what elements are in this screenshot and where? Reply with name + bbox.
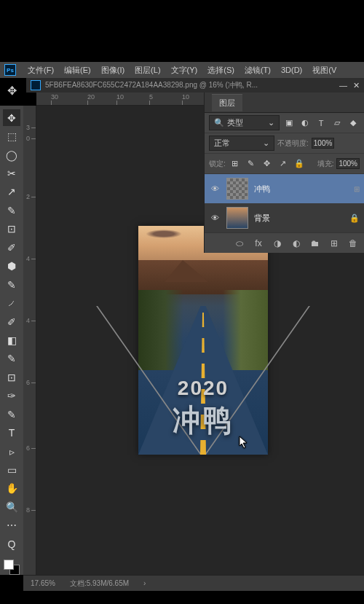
doc-size[interactable]: 文档:5.93M/6.65M bbox=[70, 578, 129, 589]
main-menu-bar: Ps 文件(F) 编辑(E) 图像(I) 图层(L) 文字(Y) 选择(S) 滤… bbox=[0, 62, 364, 78]
filter-shape-icon[interactable]: ▱ bbox=[331, 117, 344, 130]
blend-opacity-row: 正常 ⌄ 不透明度: 100% bbox=[205, 133, 364, 154]
fill-label: 填充: bbox=[317, 159, 334, 169]
tool-17[interactable]: T bbox=[3, 424, 20, 441]
filter-smart-icon[interactable]: ◆ bbox=[347, 117, 360, 130]
layer-link-icon[interactable]: ⊞ bbox=[354, 185, 360, 193]
tool-6[interactable]: ⊡ bbox=[3, 221, 20, 238]
menu-text[interactable]: 文字(Y) bbox=[167, 63, 202, 77]
new-layer-button[interactable]: ⊞ bbox=[328, 237, 341, 250]
lock-transparent-button[interactable]: ⊞ bbox=[229, 157, 242, 170]
move-tool-indicator: ✥ bbox=[7, 84, 17, 98]
layers-panel: 图层 🔍 类型 ⌄ ▣ ◐ T ▱ ◆ 正常 ⌄ 不透明度: 100% 锁定: … bbox=[204, 93, 364, 253]
tool-10[interactable]: ⟋ bbox=[3, 294, 20, 311]
opacity-label: 不透明度: bbox=[277, 138, 309, 149]
lock-position-button[interactable]: ✥ bbox=[261, 157, 274, 170]
tool-20[interactable]: ✋ bbox=[3, 480, 20, 497]
tool-7[interactable]: ✐ bbox=[3, 239, 20, 256]
menu-view[interactable]: 视图(V bbox=[308, 63, 341, 77]
visibility-toggle[interactable]: 👁 bbox=[209, 213, 221, 222]
doc-icon bbox=[31, 80, 41, 90]
tool-5[interactable]: ✎ bbox=[3, 202, 20, 219]
chevron-down-icon: ⌄ bbox=[263, 138, 269, 148]
layer-thumbnail[interactable] bbox=[226, 178, 248, 200]
opacity-value-input[interactable]: 100% bbox=[312, 138, 335, 149]
vertical-ruler[interactable]: 30244668 bbox=[23, 106, 36, 575]
zoom-level[interactable]: 17.65% bbox=[31, 579, 55, 587]
tool-21[interactable]: 🔍 bbox=[3, 498, 20, 515]
color-swatch[interactable] bbox=[4, 560, 20, 575]
window-close-button[interactable]: ✕ bbox=[353, 81, 360, 90]
document-tab-bar: 5FB6FEA8630FC655C2472A184AA38298.png @ 1… bbox=[26, 78, 364, 93]
tool-2[interactable]: ◯ bbox=[3, 146, 20, 163]
blend-mode-select[interactable]: 正常 ⌄ bbox=[209, 136, 274, 151]
tool-1[interactable]: ⬚ bbox=[3, 128, 20, 144]
tool-4[interactable]: ↗ bbox=[3, 184, 20, 200]
artwork-cn-text: 冲鸭 bbox=[138, 400, 268, 441]
tool-18[interactable]: ▹ bbox=[3, 443, 20, 460]
tool-11[interactable]: ✐ bbox=[3, 313, 20, 330]
menu-select[interactable]: 选择(S) bbox=[203, 63, 239, 77]
lock-icon: 🔒 bbox=[349, 213, 360, 223]
document-title[interactable]: 5FB6FEA8630FC655C2472A184AA38298.png @ 1… bbox=[45, 80, 258, 90]
search-icon: 🔍 bbox=[214, 118, 224, 128]
layer-mask-button[interactable]: ◑ bbox=[271, 237, 284, 250]
tool-19[interactable]: ▭ bbox=[3, 461, 20, 478]
tool-23[interactable]: Q bbox=[3, 536, 20, 552]
layer-name[interactable]: 背景 bbox=[254, 213, 344, 224]
link-layers-button[interactable]: ⬭ bbox=[233, 237, 246, 250]
layer-fx-button[interactable]: fx bbox=[252, 237, 265, 250]
tool-15[interactable]: ✑ bbox=[3, 388, 20, 404]
tool-12[interactable]: ◧ bbox=[3, 332, 20, 348]
layers-list: 👁冲鸭⊞👁背景🔒 bbox=[205, 174, 364, 232]
lock-fill-row: 锁定: ⊞ ✎ ✥ ↗ 🔒 填充: 100% bbox=[205, 154, 364, 174]
menu-filter[interactable]: 滤镜(T) bbox=[240, 63, 275, 77]
panel-tab-bar: 图层 bbox=[205, 93, 364, 113]
tool-14[interactable]: ⊡ bbox=[3, 369, 20, 385]
filter-kind-select[interactable]: 🔍 类型 ⌄ bbox=[209, 115, 280, 130]
menu-image[interactable]: 图像(I) bbox=[97, 63, 129, 77]
filter-image-icon[interactable]: ▣ bbox=[282, 117, 296, 130]
artwork-year-text: 2020 bbox=[138, 377, 268, 400]
visibility-toggle[interactable]: 👁 bbox=[209, 184, 221, 193]
tool-8[interactable]: ⬢ bbox=[3, 258, 20, 275]
filter-adjust-icon[interactable]: ◐ bbox=[298, 117, 312, 130]
delete-layer-button[interactable]: 🗑 bbox=[347, 237, 360, 250]
layer-thumbnail[interactable] bbox=[226, 207, 248, 229]
filter-text-icon[interactable]: T bbox=[314, 117, 328, 130]
layers-tab[interactable]: 图层 bbox=[212, 94, 242, 111]
tool-palette: ✥⬚◯✂↗✎⊡✐⬢✎⟋✐◧✎⊡✑✎T▹▭✋🔍⋯Q bbox=[0, 106, 23, 575]
adjustment-layer-button[interactable]: ◐ bbox=[290, 237, 303, 250]
menu-layer[interactable]: 图层(L) bbox=[130, 63, 165, 77]
lock-label: 锁定: bbox=[209, 159, 226, 169]
menu-edit[interactable]: 编辑(E) bbox=[60, 63, 95, 77]
status-bar: 17.65% 文档:5.93M/6.65M › bbox=[23, 575, 364, 591]
layer-name[interactable]: 冲鸭 bbox=[254, 184, 348, 195]
tool-22[interactable]: ⋯ bbox=[3, 517, 20, 534]
lock-artboard-button[interactable]: ↗ bbox=[277, 157, 290, 170]
window-minimize-button[interactable]: — bbox=[339, 81, 347, 90]
app-icon: Ps bbox=[4, 64, 16, 76]
lock-brush-button[interactable]: ✎ bbox=[245, 157, 258, 170]
artwork-trees-left bbox=[138, 290, 183, 370]
tool-9[interactable]: ✎ bbox=[3, 276, 20, 293]
fill-value-input[interactable]: 100% bbox=[336, 158, 360, 169]
menu-file[interactable]: 文件(F) bbox=[23, 63, 58, 77]
status-arrow-icon[interactable]: › bbox=[143, 579, 146, 587]
layer-filter-row: 🔍 类型 ⌄ ▣ ◐ T ▱ ◆ bbox=[205, 113, 364, 133]
layers-panel-footer: ⬭ fx ◑ ◐ 🖿 ⊞ 🗑 bbox=[205, 232, 364, 253]
tool-0[interactable]: ✥ bbox=[3, 109, 20, 126]
document-canvas[interactable]: 2020 冲鸭 bbox=[138, 226, 268, 455]
lock-all-button[interactable]: 🔒 bbox=[293, 157, 306, 170]
tool-16[interactable]: ✎ bbox=[3, 406, 20, 423]
menu-3d[interactable]: 3D(D) bbox=[277, 64, 306, 76]
artwork-trees-right bbox=[223, 290, 268, 370]
group-button[interactable]: 🖿 bbox=[309, 237, 322, 250]
tool-3[interactable]: ✂ bbox=[3, 165, 20, 181]
chevron-down-icon: ⌄ bbox=[268, 118, 274, 128]
layer-row[interactable]: 👁冲鸭⊞ bbox=[205, 174, 364, 203]
tool-13[interactable]: ✎ bbox=[3, 350, 20, 367]
layer-row[interactable]: 👁背景🔒 bbox=[205, 203, 364, 232]
